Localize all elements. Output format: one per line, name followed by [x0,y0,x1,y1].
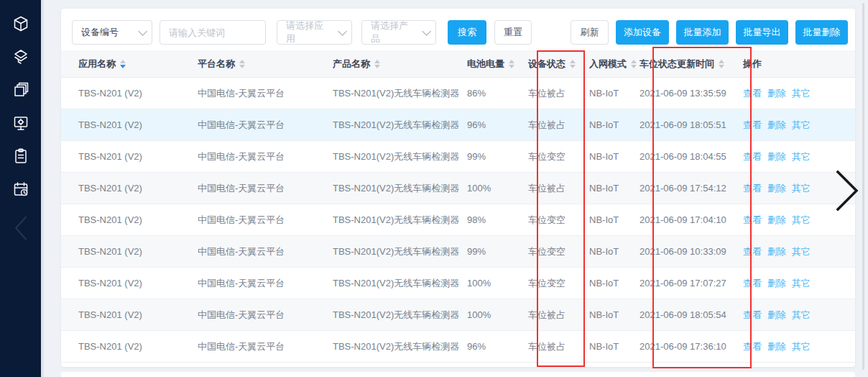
toolbar: 设备编号 请选择应用 请选择产品 搜索 重置 刷新 添加设备 批量添加 批量导出… [72,20,848,45]
cell-platform-name: 中国电信-天翼云平台 [198,245,333,258]
delete-link[interactable]: 删除 [767,341,786,352]
other-link[interactable]: 其它 [792,246,811,257]
keyword-input[interactable] [169,27,257,38]
search-field-select[interactable]: 设备编号 [72,20,152,45]
annotation-box-device-status-column [537,50,585,367]
cell-actions: 查看删除其它 [743,87,855,100]
other-link[interactable]: 其它 [792,278,811,289]
chevron-down-icon [338,27,347,36]
delete-link[interactable]: 删除 [767,151,786,162]
reset-button[interactable]: 重置 [494,20,532,45]
cell-app-name: TBS-N201 (V2) [61,214,198,225]
cell-app-name: TBS-N201 (V2) [61,278,198,289]
cell-network-mode: NB-IoT [589,151,640,162]
other-link[interactable]: 其它 [792,341,811,352]
cell-actions: 查看删除其它 [743,214,855,227]
cell-battery: 99% [467,151,528,162]
delete-link[interactable]: 删除 [767,309,786,320]
clipboard-icon[interactable] [11,147,30,165]
cell-product-name: TBS-N201(V2)无线车辆检测器 [333,87,467,100]
cell-app-name: TBS-N201 (V2) [61,88,198,99]
search-field-select-value: 设备编号 [81,26,119,39]
col-header-app-name[interactable]: 应用名称 [61,58,198,71]
batch-add-button[interactable]: 批量添加 [676,20,729,45]
cube-icon[interactable] [11,14,30,33]
other-link[interactable]: 其它 [792,214,811,225]
cell-product-name: TBS-N201(V2)无线车辆检测器 [333,182,467,195]
sort-icon[interactable] [631,60,637,68]
cell-battery: 96% [467,119,528,130]
app-select[interactable]: 请选择应用 [277,20,352,45]
cell-actions: 查看删除其它 [743,245,855,258]
cell-actions: 查看删除其它 [743,277,855,290]
cell-battery: 99% [467,246,528,257]
pagination-bar [61,372,855,377]
delete-link[interactable]: 删除 [767,119,786,130]
cell-platform-name: 中国电信-天翼云平台 [198,150,333,163]
search-button[interactable]: 搜索 [448,20,486,45]
cell-platform-name: 中国电信-天翼云平台 [198,277,333,290]
cell-network-mode: NB-IoT [589,341,640,352]
cell-platform-name: 中国电信-天翼云平台 [198,182,333,195]
cell-battery: 96% [467,341,528,352]
monitor-gear-icon[interactable] [11,114,30,132]
cell-platform-name: 中国电信-天翼云平台 [198,87,333,100]
vertical-scrollbar[interactable] [862,3,864,370]
layers-icon[interactable] [11,47,30,66]
col-header-product-name[interactable]: 产品名称 [333,58,467,71]
delete-link[interactable]: 删除 [767,88,786,99]
col-header-platform-name[interactable]: 平台名称 [198,58,333,71]
cell-battery: 100% [467,183,528,194]
product-select[interactable]: 请选择产品 [361,20,436,45]
other-link[interactable]: 其它 [792,88,811,99]
cell-app-name: TBS-N201 (V2) [61,119,198,130]
cell-product-name: TBS-N201(V2)无线车辆检测器 [333,340,467,353]
delete-link[interactable]: 删除 [767,214,786,225]
collapse-sidebar-icon[interactable] [11,219,30,237]
other-link[interactable]: 其它 [792,151,811,162]
cell-actions: 查看删除其它 [743,309,855,322]
batch-export-button[interactable]: 批量导出 [736,20,788,45]
col-header-actions: 操作 [743,58,855,71]
sort-icon[interactable] [509,60,514,68]
other-link[interactable]: 其它 [792,119,811,130]
cell-product-name: TBS-N201(V2)无线车辆检测器 [333,214,467,227]
cell-platform-name: 中国电信-天翼云平台 [198,119,333,132]
sort-icon[interactable] [374,60,380,68]
keyword-input-wrap [160,20,266,45]
cell-battery: 100% [467,309,528,320]
other-link[interactable]: 其它 [792,183,811,194]
calendar-clock-icon[interactable] [11,180,30,199]
cell-battery: 98% [467,214,528,225]
cell-network-mode: NB-IoT [589,183,640,194]
cell-product-name: TBS-N201(V2)无线车辆检测器 [333,245,467,258]
col-header-battery[interactable]: 电池电量 [467,58,528,71]
product-select-placeholder: 请选择产品 [371,19,416,45]
cell-product-name: TBS-N201(V2)无线车辆检测器 [333,119,467,132]
copy-pages-icon[interactable] [11,81,30,99]
cell-platform-name: 中国电信-天翼云平台 [198,309,333,322]
sort-icon[interactable] [120,60,126,68]
cell-platform-name: 中国电信-天翼云平台 [198,340,333,353]
app-select-placeholder: 请选择应用 [286,19,332,45]
delete-link[interactable]: 删除 [767,246,786,257]
cell-app-name: TBS-N201 (V2) [61,246,198,257]
batch-delete-button[interactable]: 批量删除 [795,20,848,45]
delete-link[interactable]: 删除 [767,278,786,289]
cell-network-mode: NB-IoT [589,214,640,225]
cell-battery: 100% [467,278,528,289]
delete-link[interactable]: 删除 [767,183,786,194]
next-page-arrow-icon[interactable] [828,168,865,214]
cell-app-name: TBS-N201 (V2) [61,309,198,320]
sort-icon[interactable] [239,60,245,68]
col-header-network-mode[interactable]: 入网模式 [589,58,640,71]
cell-product-name: TBS-N201(V2)无线车辆检测器 [333,277,467,290]
cell-actions: 查看删除其它 [743,150,855,163]
add-device-button[interactable]: 添加设备 [616,20,669,45]
chevron-down-icon [422,27,431,36]
cell-app-name: TBS-N201 (V2) [61,183,198,194]
other-link[interactable]: 其它 [792,309,811,320]
refresh-button[interactable]: 刷新 [571,20,609,45]
cell-app-name: TBS-N201 (V2) [61,151,198,162]
cell-network-mode: NB-IoT [589,278,640,289]
